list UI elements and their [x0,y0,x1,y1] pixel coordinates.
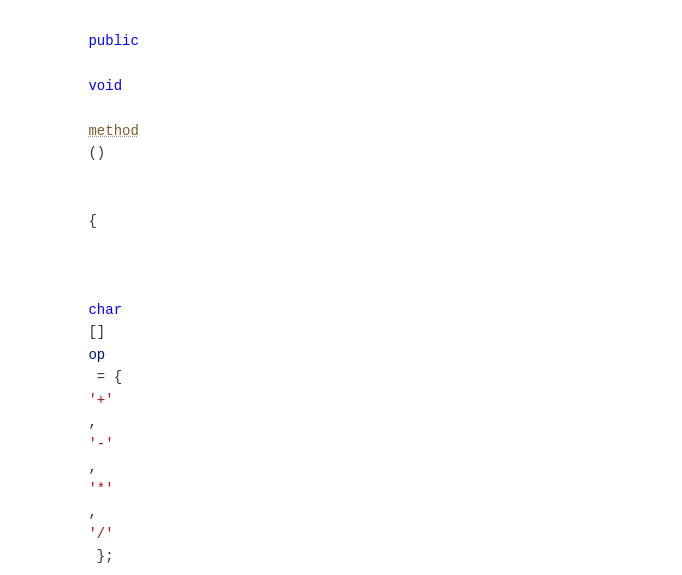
code-line-1: public void method () [0,8,682,187]
char-plus: '+' [88,392,113,408]
code-editor: public void method () { char [] op = { '… [0,0,682,575]
line-content-2: { [38,187,682,254]
char-star: '*' [88,481,113,497]
line-content-3: char [] op = { '+' , '-' , '*' , '/' }; [38,254,682,575]
code-line-2: { [0,187,682,254]
var-op: op [88,347,105,363]
char-slash: '/' [88,526,113,542]
keyword-char: char [88,302,122,318]
line-content-1: public void method () [38,8,682,187]
char-minus: '-' [88,436,113,452]
keyword-void: void [88,78,122,94]
keyword-public: public [88,33,138,49]
method-name: method [88,123,138,139]
code-line-3: char [] op = { '+' , '-' , '*' , '/' }; [0,254,682,575]
